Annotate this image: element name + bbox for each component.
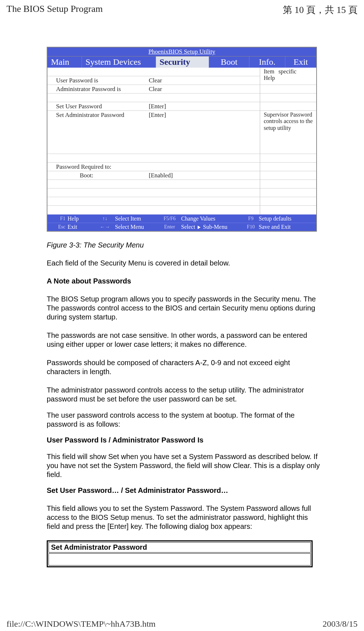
action-setup-defaults: Setup defaults xyxy=(259,215,316,222)
value-boot: [Enabled] xyxy=(147,172,260,179)
paragraph-passwords-3: Passwords should be composed of characte… xyxy=(47,358,320,376)
header-title: The BIOS Setup Program xyxy=(6,4,103,16)
row-admin-password-is: Administrator Password is Clear xyxy=(47,85,260,94)
bios-footer: F1 Help ↑↓ Select Item F5/F6 Change Valu… xyxy=(47,214,316,231)
footer-row-2: Esc Exit ←→ Select Menu Enter Select Sub… xyxy=(47,223,316,231)
action-select-submenu: Select Sub-Menu xyxy=(181,224,243,230)
dialog-set-admin-password: Set Administrator Password xyxy=(47,540,313,567)
help-cell xyxy=(260,171,316,180)
label-password-required: Password Required to: xyxy=(47,163,147,171)
heading-note-passwords: A Note about Passwords xyxy=(47,277,320,285)
help-text-supervisor: Supervisor Password controls access to t… xyxy=(260,111,316,154)
footer-date: 2003/8/15 xyxy=(323,619,358,629)
tab-boot[interactable]: Boot xyxy=(209,56,249,68)
bios-body: User Password is Clear Administrator Pas… xyxy=(47,68,316,214)
key-f5f6: F5/F6 xyxy=(158,216,181,222)
row-set-admin-password[interactable]: Set Administrator Password [Enter] xyxy=(47,111,260,154)
bios-help-pane: Item Help specific Supervisor Password c… xyxy=(260,68,316,214)
table-row xyxy=(47,206,260,214)
paragraph-passwords-2: The passwords are not case sensitive. In… xyxy=(47,331,320,349)
action-select-item: Select Item xyxy=(115,215,158,222)
paragraph-passwords-1: The BIOS Setup program allows you to spe… xyxy=(47,295,320,322)
page-content: PhoenixBIOS Setup Utility Main System De… xyxy=(47,47,320,567)
help-header: Item Help specific xyxy=(260,68,316,85)
paragraph-passwords-4: The administrator password controls acce… xyxy=(47,386,320,404)
page-indicator: 第 10 頁，共 15 頁 xyxy=(283,4,358,16)
bios-figure: PhoenixBIOS Setup Utility Main System De… xyxy=(47,47,317,232)
triangle-right-icon xyxy=(198,226,201,229)
help-cell xyxy=(260,163,316,171)
page-header: The BIOS Setup Program 第 10 頁，共 15 頁 xyxy=(0,0,364,16)
arrows-updown-icon: ↑↓ xyxy=(95,216,115,222)
value-user-password-is: Clear xyxy=(147,77,260,84)
dialog-title: Set Administrator Password xyxy=(49,542,311,553)
help-cell xyxy=(260,189,316,197)
dialog-body xyxy=(49,553,311,566)
row-set-user-password[interactable]: Set User Password [Enter] xyxy=(47,102,260,111)
paragraph-set-password: This field allows you to set the System … xyxy=(47,504,320,531)
footer-path: file://C:\WINDOWS\TEMP\~hhA73B.htm xyxy=(6,619,156,629)
row-boot[interactable]: Boot: [Enabled] xyxy=(47,171,260,180)
page-footer: file://C:\WINDOWS\TEMP\~hhA73B.htm 2003/… xyxy=(0,619,364,629)
intro-paragraph: Each field of the Security Menu is cover… xyxy=(47,259,320,268)
help-cell xyxy=(260,85,316,94)
paragraph-password-is: This field will show Set when you have s… xyxy=(47,452,320,479)
help-header-item: Item xyxy=(264,68,275,75)
tab-security[interactable]: Security xyxy=(156,56,209,68)
table-row xyxy=(47,180,260,189)
table-row xyxy=(47,154,260,163)
value-admin-password-is: Clear xyxy=(147,86,260,93)
heading-password-is: User Password Is / Administrator Passwor… xyxy=(47,436,320,444)
figure-caption: Figure 3-3: The Security Menu xyxy=(47,241,320,249)
action-help: Help xyxy=(68,215,95,222)
help-cell xyxy=(260,94,316,102)
action-change-values: Change Values xyxy=(181,215,243,222)
action-save-exit: Save and Exit xyxy=(259,224,316,230)
value-set-user-password: [Enter] xyxy=(147,103,260,110)
key-f9: F9 xyxy=(243,216,259,222)
help-cell xyxy=(260,154,316,163)
bios-settings-pane: User Password is Clear Administrator Pas… xyxy=(47,68,260,214)
help-cell xyxy=(260,180,316,189)
table-row xyxy=(47,197,260,206)
label-admin-password-is: Administrator Password is xyxy=(47,86,147,93)
tab-exit[interactable]: Exit xyxy=(285,56,316,68)
label-boot: Boot: xyxy=(47,172,147,179)
key-esc: Esc xyxy=(47,224,68,230)
key-f10: F10 xyxy=(243,224,259,230)
row-password-required: Password Required to: xyxy=(47,163,260,171)
label-user-password-is: User Password is xyxy=(47,77,147,84)
paragraph-passwords-5: The user password controls access to the… xyxy=(47,411,320,429)
tab-system-devices[interactable]: System Devices xyxy=(82,56,156,68)
table-row xyxy=(47,68,260,76)
key-enter: Enter xyxy=(158,224,181,230)
bios-menubar: Main System Devices Security Boot Info. … xyxy=(47,56,316,68)
help-cell xyxy=(260,206,316,214)
bios-title: PhoenixBIOS Setup Utility xyxy=(47,47,316,56)
heading-set-password: Set User Password… / Set Administrator P… xyxy=(47,486,320,495)
label-set-user-password: Set User Password xyxy=(47,103,147,110)
tab-info[interactable]: Info. xyxy=(249,56,285,68)
footer-row-1: F1 Help ↑↓ Select Item F5/F6 Change Valu… xyxy=(47,214,316,223)
table-row xyxy=(47,189,260,197)
arrows-leftright-icon: ←→ xyxy=(95,224,115,230)
row-user-password-is: User Password is Clear xyxy=(47,76,260,85)
table-row xyxy=(47,94,260,102)
help-cell xyxy=(260,102,316,111)
action-exit: Exit xyxy=(68,224,95,230)
action-select-menu: Select Menu xyxy=(115,224,158,230)
value-set-admin-password: [Enter] xyxy=(147,112,260,119)
tab-main[interactable]: Main xyxy=(47,56,82,68)
help-cell xyxy=(260,197,316,206)
help-header-help: Help xyxy=(264,75,275,81)
help-header-specific: specific xyxy=(278,68,296,75)
key-f1: F1 xyxy=(47,216,68,222)
label-set-admin-password: Set Administrator Password xyxy=(47,112,147,119)
